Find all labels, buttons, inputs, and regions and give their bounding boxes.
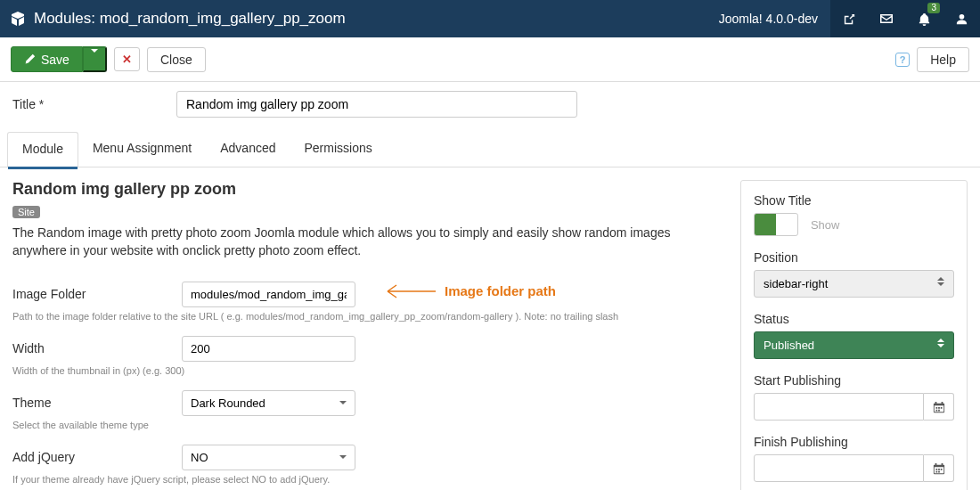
close-button[interactable]: Close [147,47,206,72]
tab-advanced[interactable]: Advanced [206,132,290,167]
tab-permissions[interactable]: Permissions [290,132,387,167]
calendar-icon [933,462,945,475]
user-icon[interactable] [943,0,980,37]
start-publishing-label: Start Publishing [754,373,954,388]
position-select[interactable]: sidebar-right [754,270,954,298]
save-button-group: Save [11,46,107,72]
page-title: Modules: mod_random_img_gallery_pp_zoom [34,10,706,28]
module-icon [11,12,25,26]
help-icon[interactable]: ? [895,53,910,67]
status-label: Status [754,312,954,326]
close-x-button[interactable]: ✕ [114,47,140,71]
theme-help: Select the available theme type [12,420,726,430]
image-folder-help: Path to the image folder relative to the… [12,311,726,322]
jquery-select[interactable]: NO [182,445,355,470]
sidebar: Show Title Show Position sidebar-right S… [740,180,968,490]
chevron-down-icon [91,49,98,66]
help-button[interactable]: Help [917,47,969,72]
topbar-right: Joomla! 4.0.0-dev 3 [706,0,980,37]
arrow-icon [382,282,437,301]
annotation: Image folder path [382,282,556,301]
jquery-help: If your theme already have jQuery script… [12,474,726,485]
annotation-text: Image folder path [445,283,556,298]
field-show-title: Show Title Show [754,193,954,236]
start-publishing-input[interactable] [754,393,924,421]
mail-icon[interactable] [868,0,905,37]
content: Random img gallery pp zoom Site The Rand… [0,167,980,490]
width-input[interactable] [182,336,355,362]
field-status: Status Published [754,312,954,359]
field-image-folder: Image Folder Image folder path [12,282,726,307]
image-folder-input[interactable] [182,282,355,307]
field-theme: Theme Dark Rounded [12,390,726,416]
field-jquery: Add jQuery NO [12,445,726,470]
finish-publishing-input[interactable] [754,454,924,482]
module-heading: Random img gallery pp zoom [12,180,726,199]
title-label: Title * [12,97,166,111]
theme-select[interactable]: Dark Rounded [182,390,355,416]
calendar-icon [933,401,945,413]
main-panel: Random img gallery pp zoom Site The Rand… [12,180,726,490]
start-publishing-calendar[interactable] [924,393,954,421]
width-label: Width [12,336,182,355]
tab-menu-assignment[interactable]: Menu Assignment [78,132,206,167]
external-link-icon[interactable] [830,0,868,37]
jquery-label: Add jQuery [12,445,182,464]
tab-module[interactable]: Module [7,132,78,167]
pencil-icon [24,53,36,65]
notification-badge: 3 [927,3,940,13]
joomla-version: Joomla! 4.0.0-dev [706,12,830,26]
title-input[interactable] [176,91,577,118]
site-badge: Site [12,206,40,218]
toolbar: Save ✕ Close ? Help [0,37,980,82]
theme-label: Theme [12,390,182,410]
finish-publishing-label: Finish Publishing [754,435,954,449]
topbar: Modules: mod_random_img_gallery_pp_zoom … [0,0,980,37]
field-width: Width [12,336,726,362]
save-dropdown[interactable] [83,46,107,72]
show-title-text: Show [811,218,840,232]
field-start-publishing: Start Publishing [754,373,954,421]
tabs: Module Menu Assignment Advanced Permissi… [0,132,980,167]
show-title-toggle[interactable] [754,213,798,236]
status-select[interactable]: Published [754,331,954,359]
title-row: Title * [0,82,980,123]
image-folder-label: Image Folder [12,282,182,301]
field-position: Position sidebar-right [754,250,954,298]
width-help: Width of the thumbnail in (px) (e.g. 300… [12,365,726,376]
save-button[interactable]: Save [11,46,83,72]
module-description: The Random image with pretty photo zoom … [12,224,726,260]
bell-icon[interactable]: 3 [905,0,943,37]
finish-publishing-calendar[interactable] [924,454,954,482]
position-label: Position [754,250,954,265]
show-title-label: Show Title [754,193,954,208]
field-finish-publishing: Finish Publishing [754,435,954,482]
